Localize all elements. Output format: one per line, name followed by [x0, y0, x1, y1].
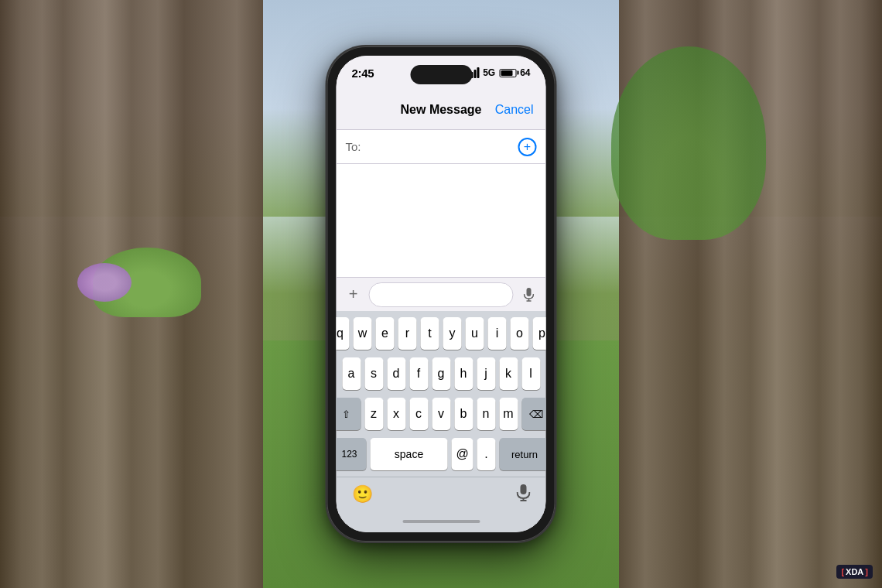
- keyboard-row-3: ⇧ z x c v b n m ⌫: [339, 398, 544, 430]
- xda-bracket-left: [: [841, 567, 844, 576]
- key-b[interactable]: b: [454, 398, 473, 430]
- keyboard-row-4: 123 space @ . return: [339, 438, 544, 470]
- key-h[interactable]: h: [454, 357, 473, 390]
- mic-icon: [524, 288, 535, 302]
- tree-right: [611, 46, 766, 240]
- emoji-key[interactable]: 🙂: [352, 484, 373, 504]
- to-label: To:: [346, 140, 361, 153]
- key-e[interactable]: e: [376, 317, 395, 350]
- keyboard-row-2: a s d f g h j k l: [339, 357, 544, 390]
- home-indicator: [402, 520, 480, 523]
- message-input-row: +: [337, 277, 546, 311]
- svg-rect-0: [527, 288, 532, 296]
- battery-icon: [499, 69, 516, 77]
- key-y[interactable]: y: [443, 317, 462, 350]
- key-n[interactable]: n: [477, 398, 495, 430]
- key-c[interactable]: c: [409, 398, 428, 430]
- period-key[interactable]: .: [477, 438, 496, 470]
- key-o[interactable]: o: [511, 317, 529, 350]
- add-contact-button[interactable]: +: [518, 138, 537, 156]
- keyboard: q w e r t y u i o p a s d f g: [337, 311, 546, 477]
- keyboard-bottom-bar: 🙂: [337, 477, 546, 511]
- key-i[interactable]: i: [488, 317, 507, 350]
- at-key[interactable]: @: [452, 438, 473, 470]
- xda-label: XDA: [846, 567, 863, 576]
- key-p[interactable]: p: [533, 317, 546, 350]
- key-k[interactable]: k: [499, 357, 518, 390]
- key-g[interactable]: g: [432, 357, 450, 390]
- battery-level: 64: [520, 67, 530, 78]
- space-key[interactable]: space: [371, 438, 448, 470]
- xda-badge: [ XDA ]: [836, 565, 873, 579]
- key-z[interactable]: z: [364, 398, 383, 430]
- key-m[interactable]: m: [499, 398, 518, 430]
- mic-button[interactable]: [518, 284, 540, 306]
- key-l[interactable]: l: [521, 357, 540, 390]
- key-v[interactable]: v: [432, 398, 450, 430]
- keyboard-mic-key[interactable]: [517, 484, 531, 504]
- key-d[interactable]: d: [387, 357, 405, 390]
- dynamic-island: [410, 65, 472, 84]
- status-icons: 5G 64: [467, 67, 530, 78]
- return-key[interactable]: return: [500, 438, 546, 470]
- message-body[interactable]: [337, 164, 546, 277]
- navigation-bar: New Message Cancel: [337, 90, 546, 130]
- key-j[interactable]: j: [477, 357, 495, 390]
- xda-bracket-right: ]: [865, 567, 868, 576]
- phone-screen: 2:45 5G 64 New: [337, 56, 546, 532]
- shift-key[interactable]: ⇧: [337, 398, 361, 430]
- battery-fill: [501, 70, 512, 76]
- delete-key[interactable]: ⌫: [521, 398, 546, 430]
- attachment-button[interactable]: +: [343, 284, 364, 306]
- to-field[interactable]: To: +: [337, 130, 546, 164]
- phone: 2:45 5G 64 New: [327, 46, 556, 542]
- message-text-input[interactable]: [369, 282, 514, 307]
- home-indicator-bar: [337, 511, 546, 532]
- keyboard-mic-icon: [517, 484, 531, 501]
- keyboard-row-1: q w e r t y u i o p: [339, 317, 544, 350]
- key-q[interactable]: q: [337, 317, 350, 350]
- phone-shell: 2:45 5G 64 New: [327, 46, 556, 542]
- key-t[interactable]: t: [421, 317, 439, 350]
- network-type: 5G: [483, 67, 495, 78]
- cancel-button[interactable]: Cancel: [495, 103, 534, 117]
- key-w[interactable]: w: [354, 317, 372, 350]
- key-x[interactable]: x: [387, 398, 405, 430]
- numbers-key[interactable]: 123: [337, 438, 367, 470]
- key-u[interactable]: u: [466, 317, 484, 350]
- key-a[interactable]: a: [342, 357, 361, 390]
- key-f[interactable]: f: [409, 357, 428, 390]
- nav-title: New Message: [388, 103, 495, 117]
- key-r[interactable]: r: [398, 317, 417, 350]
- status-time: 2:45: [352, 67, 374, 80]
- flowers: [77, 263, 132, 302]
- key-s[interactable]: s: [364, 357, 383, 390]
- svg-rect-3: [521, 484, 527, 494]
